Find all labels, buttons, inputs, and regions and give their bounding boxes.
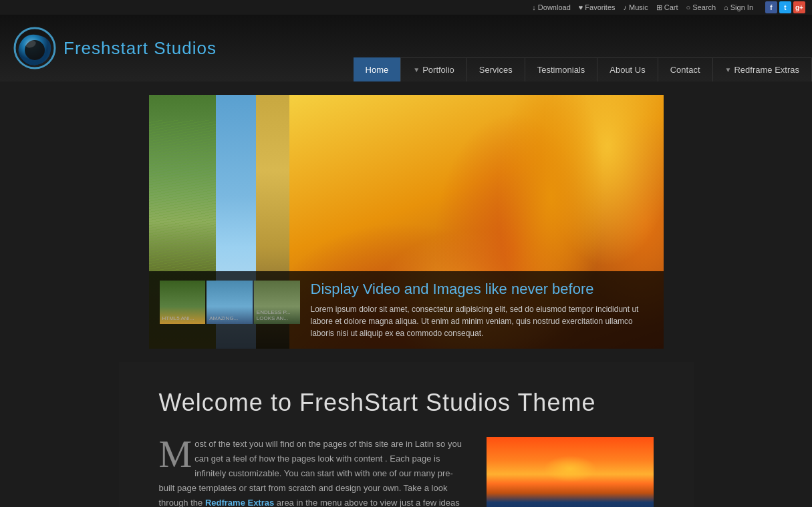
nav-redframe[interactable]: ▼ Redframe Extras (713, 57, 812, 81)
search-label: Search (692, 3, 716, 11)
thumbnail-3[interactable]: ENDLESS P... LOOKS AN... (254, 281, 300, 324)
facebook-icon[interactable]: f (765, 1, 777, 13)
slide-caption: Display Video and Images like never befo… (300, 281, 653, 339)
nav-about[interactable]: About Us (597, 57, 658, 81)
thumbnail-2[interactable]: AMAZING... (207, 281, 253, 324)
logo-icon (13, 27, 57, 70)
music-label: Music (629, 3, 648, 11)
search-icon: ○ (686, 3, 691, 11)
slide-thumbnails: HTML5 ANI... AMAZING... ENDLESS P... LOO… (160, 281, 300, 339)
welcome-image (487, 437, 654, 507)
welcome-text: M ost of the text you will find on the p… (159, 437, 466, 507)
favorites-label: Favorites (585, 3, 615, 11)
signin-icon: ⌂ (724, 3, 728, 11)
slide-description: Lorem ipsum dolor sit amet, consectetur … (311, 303, 653, 339)
music-icon: ♪ (624, 3, 628, 11)
logo[interactable]: Freshstart Studios (13, 27, 217, 70)
cart-label: Cart (664, 3, 678, 11)
welcome-title: Welcome to FreshStart Studios Theme (159, 389, 654, 417)
logo-text: Freshstart Studios (63, 38, 217, 59)
nav-contact[interactable]: Contact (658, 57, 713, 81)
download-label: Download (538, 3, 571, 11)
thumbnail-1[interactable]: HTML5 ANI... (160, 281, 206, 324)
drop-cap: M (159, 440, 192, 470)
slide-title: Display Video and Images like never befo… (311, 281, 653, 298)
social-icons: f t g+ (765, 1, 805, 13)
main-nav: Home ▼ Portfolio Services Testimonials A… (354, 57, 812, 81)
googleplus-icon[interactable]: g+ (793, 1, 805, 13)
download-link[interactable]: ↓ Download (532, 3, 570, 11)
signin-link[interactable]: ⌂ Sign In (724, 3, 753, 11)
site-header: Freshstart Studios Home ▼ Portfolio Serv… (0, 15, 812, 81)
nav-testimonials[interactable]: Testimonials (525, 57, 598, 81)
cart-link[interactable]: ⊞ Cart (656, 3, 678, 12)
logo-main-text: Freshstart (63, 38, 154, 58)
download-icon: ↓ (532, 3, 536, 11)
content-inner: Welcome to FreshStart Studios Theme M os… (119, 362, 694, 507)
body-text-1: ost of the text you will find on the pag… (159, 439, 462, 507)
music-link[interactable]: ♪ Music (624, 3, 648, 11)
favorites-link[interactable]: ♥ Favorites (579, 3, 616, 11)
slide-overlay: HTML5 ANI... AMAZING... ENDLESS P... LOO… (149, 271, 664, 349)
sunset-glow (543, 456, 597, 482)
nav-portfolio[interactable]: ▼ Portfolio (401, 57, 467, 81)
sunset-visual (487, 437, 654, 507)
welcome-body: M ost of the text you will find on the p… (159, 437, 654, 507)
signin-label: Sign In (730, 3, 753, 11)
grass-texture (149, 120, 216, 273)
twitter-icon[interactable]: t (779, 1, 791, 13)
top-bar: ↓ Download ♥ Favorites ♪ Music ⊞ Cart ○ … (0, 0, 812, 15)
nav-home[interactable]: Home (354, 57, 402, 81)
image-slider[interactable]: HTML5 ANI... AMAZING... ENDLESS P... LOO… (149, 95, 664, 349)
favorites-icon: ♥ (579, 3, 583, 11)
nav-services[interactable]: Services (467, 57, 525, 81)
slider-section: HTML5 ANI... AMAZING... ENDLESS P... LOO… (0, 81, 812, 362)
cart-icon: ⊞ (656, 3, 662, 12)
logo-accent-text: Studios (154, 38, 217, 58)
search-link[interactable]: ○ Search (686, 3, 716, 11)
redframe-link[interactable]: Redframe Extras (205, 498, 274, 507)
content-section: Welcome to FreshStart Studios Theme M os… (0, 362, 812, 507)
